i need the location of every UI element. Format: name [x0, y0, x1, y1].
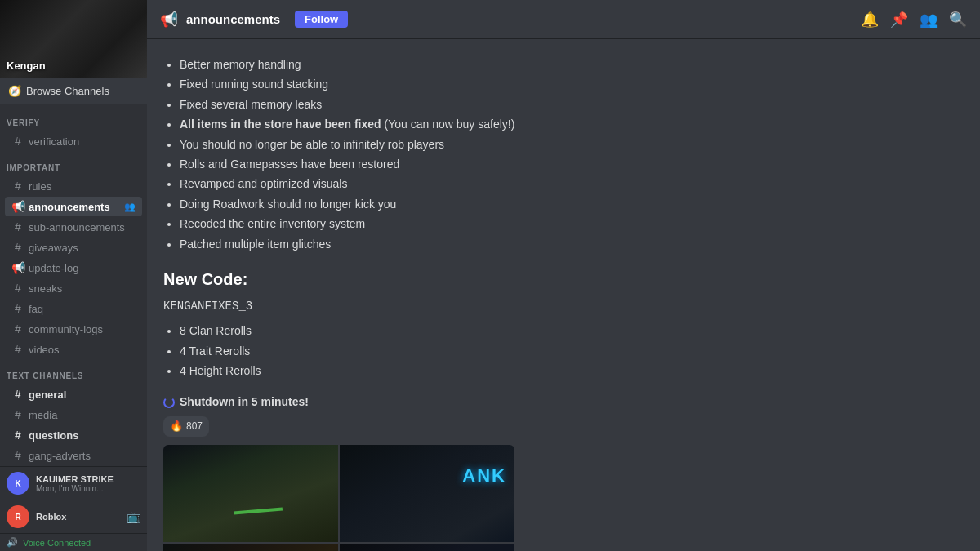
category-text-channels: TEXT CHANNELS — [0, 360, 147, 384]
list-item: Fixed running sound stacking — [180, 75, 898, 93]
channel-label: gang-adverts — [29, 450, 136, 462]
new-code-title: New Code: — [163, 266, 898, 292]
list-item: Doing Roadwork should no longer kick you — [180, 195, 898, 213]
hash-icon: # — [11, 449, 24, 462]
avatar-2: R — [7, 505, 29, 528]
list-item: You should no longer be able to infinite… — [180, 136, 898, 153]
fixes-list: Better memory handling Fixed running sou… — [163, 56, 898, 253]
channel-label: sub-announcements — [29, 221, 136, 233]
channel-label: rules — [29, 180, 136, 193]
channel-label: general — [29, 389, 136, 401]
game-name-1: KAUIMER STRIKE — [36, 474, 140, 484]
message-content: Better memory handling Fixed running sou… — [163, 56, 898, 551]
list-item: 8 Clan Rerolls — [180, 322, 898, 340]
image-cell-3[interactable] — [163, 544, 338, 551]
channel-header: 📢 announcements Follow 🔔 📌 👥 🔍 — [147, 0, 980, 39]
avatar-1: K — [7, 472, 29, 495]
hash-icon: # — [11, 282, 24, 295]
avatar-text-1: K — [15, 479, 20, 488]
channel-label: community-logs — [29, 323, 136, 335]
channel-item-gang-adverts[interactable]: # gang-adverts — [5, 446, 142, 465]
code-rewards-list: 8 Clan Rerolls 4 Trait Rerolls 4 Height … — [163, 322, 898, 380]
list-item: All items in the store have been fixed (… — [180, 115, 898, 133]
category-important: IMPORTANT — [0, 152, 147, 176]
channel-label: videos — [29, 344, 136, 356]
channel-label: update-log — [29, 262, 136, 274]
browse-channels-button[interactable]: 🧭 Browse Channels — [0, 78, 147, 104]
channel-item-faq[interactable]: # faq — [5, 299, 142, 318]
voice-connected-label: Voice Connected — [23, 538, 91, 548]
hash-icon: # — [11, 408, 24, 421]
compass-icon: 🧭 — [8, 85, 21, 97]
category-verify: VERIFY — [0, 107, 147, 131]
image-grid[interactable] — [163, 445, 514, 551]
voice-connected-status: 🔊 Voice Connected — [0, 534, 147, 551]
reaction-count: 807 — [186, 419, 203, 434]
pin-icon[interactable]: 📌 — [890, 11, 908, 29]
member-count-icon: 👥 — [124, 202, 136, 212]
hash-icon: # — [11, 302, 24, 315]
channel-item-verification[interactable]: # verification — [5, 131, 142, 151]
list-item: Patched multiple item glitches — [180, 235, 898, 253]
avatar-text-2: R — [15, 513, 20, 522]
channel-item-rules[interactable]: # rules — [5, 176, 142, 196]
channel-label: giveaways — [29, 242, 136, 254]
activity-item-2[interactable]: R Roblox 📺 — [0, 500, 147, 534]
channel-label: verification — [29, 136, 136, 148]
list-item: Rolls and Gamepasses have been restored — [180, 155, 898, 173]
hash-icon: # — [11, 135, 24, 148]
shutdown-line: Shutdown in 5 minutes! — [163, 393, 898, 411]
channel-item-media[interactable]: # media — [5, 405, 142, 424]
main-content: 📢 announcements Follow 🔔 📌 👥 🔍 Better me… — [147, 0, 980, 551]
channel-header-icon: 📢 — [160, 11, 178, 29]
announce-icon: 📢 — [11, 261, 24, 274]
channel-label: sneaks — [29, 282, 136, 295]
activity-text-1: KAUIMER STRIKE Mom, I'm Winnin... — [36, 474, 140, 493]
sidebar: Kengan 🧭 Browse Channels VERIFY # verifi… — [0, 0, 147, 551]
hash-icon: # — [11, 220, 24, 233]
hash-icon: # — [11, 322, 24, 335]
hash-icon: # — [11, 343, 24, 356]
server-header[interactable]: Kengan — [0, 0, 147, 78]
server-name: Kengan — [7, 60, 46, 72]
channel-item-general[interactable]: # general — [5, 384, 142, 404]
bottom-bar: K KAUIMER STRIKE Mom, I'm Winnin... R Ro… — [0, 466, 147, 551]
mic-icon: 🔊 — [7, 537, 18, 548]
channel-item-announcements[interactable]: 📢 announcements 👥 — [5, 197, 142, 216]
follow-button[interactable]: Follow — [295, 11, 348, 28]
shutdown-text: Shutdown in 5 minutes! — [180, 393, 309, 411]
channel-item-sub-announcements[interactable]: # sub-announcements — [5, 217, 142, 237]
list-item: Recoded the entire inventory system — [180, 215, 898, 233]
channel-list: VERIFY # verification IMPORTANT # rules … — [0, 104, 147, 466]
channel-label: faq — [29, 303, 136, 315]
hash-icon: # — [11, 180, 24, 193]
list-item: 4 Trait Rerolls — [180, 342, 898, 360]
channel-item-giveaways[interactable]: # giveaways — [5, 238, 142, 257]
reaction-fire[interactable]: 🔥 807 — [163, 416, 209, 437]
members-icon[interactable]: 👥 — [920, 11, 938, 29]
image-cell-2[interactable] — [340, 445, 514, 542]
hash-icon: # — [11, 388, 24, 401]
browse-channels-label: Browse Channels — [26, 85, 109, 97]
channel-item-videos[interactable]: # videos — [5, 340, 142, 359]
channel-label: media — [29, 409, 136, 421]
channel-header-name: announcements — [186, 12, 280, 26]
image-cell-4[interactable] — [340, 544, 514, 551]
search-icon[interactable]: 🔍 — [949, 11, 967, 29]
channel-item-update-log[interactable]: 📢 update-log — [5, 258, 142, 278]
activity-text-2: Roblox — [36, 512, 120, 522]
channel-item-questions[interactable]: # questions — [5, 425, 142, 445]
header-icons: 🔔 📌 👥 🔍 — [861, 11, 967, 29]
channel-label: questions — [29, 429, 136, 442]
loading-spinner — [163, 397, 175, 408]
game-name-2: Roblox — [36, 512, 120, 522]
channel-item-community-logs[interactable]: # community-logs — [5, 319, 142, 339]
hash-icon: # — [11, 429, 24, 442]
channel-item-sneaks[interactable]: # sneaks — [5, 278, 142, 298]
activity-item-1[interactable]: K KAUIMER STRIKE Mom, I'm Winnin... — [0, 467, 147, 500]
new-code-section: New Code: KENGANFIXES_3 8 Clan Rerolls 4… — [163, 266, 898, 380]
channel-label: announcements — [29, 201, 120, 213]
image-cell-1[interactable] — [163, 445, 338, 542]
notification-bell-icon[interactable]: 🔔 — [861, 11, 879, 29]
reaction-bar: 🔥 807 — [163, 416, 898, 437]
